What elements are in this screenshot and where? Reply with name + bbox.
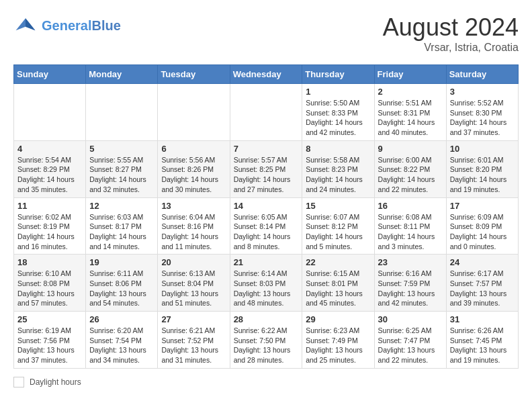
day-info: Sunrise: 6:03 AM Sunset: 8:17 PM Dayligh… (89, 212, 154, 252)
title-block: August 2024 Vrsar, Istria, Croatia (383, 13, 519, 54)
calendar-footer: Daylight hours (13, 377, 519, 387)
calendar-cell: 27Sunrise: 6:21 AM Sunset: 7:52 PM Dayli… (158, 312, 230, 369)
calendar-cell: 3Sunrise: 5:52 AM Sunset: 8:30 PM Daylig… (446, 84, 518, 141)
calendar-day-header: Monday (86, 65, 158, 84)
day-info: Sunrise: 6:04 AM Sunset: 8:16 PM Dayligh… (161, 212, 226, 252)
calendar-cell: 28Sunrise: 6:22 AM Sunset: 7:50 PM Dayli… (230, 312, 302, 369)
calendar-cell (86, 84, 158, 141)
calendar-cell: 29Sunrise: 6:23 AM Sunset: 7:49 PM Dayli… (302, 312, 374, 369)
calendar-cell: 23Sunrise: 6:16 AM Sunset: 7:59 PM Dayli… (374, 255, 446, 312)
day-info: Sunrise: 6:16 AM Sunset: 7:59 PM Dayligh… (378, 269, 443, 308)
day-number: 1 (306, 87, 370, 97)
day-info: Sunrise: 6:07 AM Sunset: 8:12 PM Dayligh… (306, 212, 370, 252)
calendar-cell: 21Sunrise: 6:14 AM Sunset: 8:03 PM Dayli… (230, 255, 302, 312)
day-number: 23 (378, 257, 443, 267)
calendar-day-header: Friday (374, 65, 446, 84)
calendar-week-row: 11Sunrise: 6:02 AM Sunset: 8:19 PM Dayli… (14, 197, 519, 255)
day-info: Sunrise: 5:54 AM Sunset: 8:29 PM Dayligh… (17, 155, 82, 195)
month-title: August 2024 (383, 13, 519, 42)
day-info: Sunrise: 6:11 AM Sunset: 8:06 PM Dayligh… (89, 269, 154, 308)
day-info: Sunrise: 6:10 AM Sunset: 8:08 PM Dayligh… (17, 269, 82, 308)
day-number: 3 (450, 87, 515, 97)
day-number: 5 (89, 144, 154, 154)
calendar-day-header: Saturday (446, 65, 518, 84)
calendar-cell: 20Sunrise: 6:13 AM Sunset: 8:04 PM Dayli… (158, 255, 230, 312)
day-info: Sunrise: 6:05 AM Sunset: 8:14 PM Dayligh… (234, 212, 299, 252)
day-number: 22 (306, 257, 370, 267)
calendar-cell: 2Sunrise: 5:51 AM Sunset: 8:31 PM Daylig… (374, 84, 446, 141)
day-number: 2 (378, 87, 443, 97)
calendar-cell: 14Sunrise: 6:05 AM Sunset: 8:14 PM Dayli… (230, 197, 302, 255)
day-number: 19 (89, 257, 154, 267)
calendar-cell: 25Sunrise: 6:19 AM Sunset: 7:56 PM Dayli… (14, 312, 86, 369)
calendar-cell: 15Sunrise: 6:07 AM Sunset: 8:12 PM Dayli… (302, 197, 374, 255)
calendar-day-header: Thursday (302, 65, 374, 84)
location-title: Vrsar, Istria, Croatia (383, 42, 519, 54)
calendar-cell: 4Sunrise: 5:54 AM Sunset: 8:29 PM Daylig… (14, 140, 86, 197)
day-number: 6 (161, 144, 226, 154)
day-info: Sunrise: 5:56 AM Sunset: 8:26 PM Dayligh… (161, 155, 226, 195)
calendar-day-header: Sunday (14, 65, 86, 84)
logo-text: GeneralBlue (42, 18, 121, 33)
calendar-day-header: Wednesday (230, 65, 302, 84)
calendar-cell: 11Sunrise: 6:02 AM Sunset: 8:19 PM Dayli… (14, 197, 86, 255)
daylight-label: Daylight hours (30, 377, 81, 387)
logo-icon (13, 13, 38, 38)
day-info: Sunrise: 6:14 AM Sunset: 8:03 PM Dayligh… (234, 269, 299, 308)
calendar-cell: 1Sunrise: 5:50 AM Sunset: 8:33 PM Daylig… (302, 84, 374, 141)
day-number: 8 (306, 144, 370, 154)
day-number: 27 (161, 314, 226, 324)
calendar-cell: 7Sunrise: 5:57 AM Sunset: 8:25 PM Daylig… (230, 140, 302, 197)
calendar-cell: 24Sunrise: 6:17 AM Sunset: 7:57 PM Dayli… (446, 255, 518, 312)
day-number: 10 (450, 144, 515, 154)
day-info: Sunrise: 5:58 AM Sunset: 8:23 PM Dayligh… (306, 155, 370, 195)
day-number: 15 (306, 201, 370, 211)
day-number: 24 (450, 257, 515, 267)
calendar-cell: 13Sunrise: 6:04 AM Sunset: 8:16 PM Dayli… (158, 197, 230, 255)
calendar-header-row: SundayMondayTuesdayWednesdayThursdayFrid… (14, 65, 519, 84)
day-info: Sunrise: 5:50 AM Sunset: 8:33 PM Dayligh… (306, 98, 370, 138)
calendar-cell (158, 84, 230, 141)
calendar-cell: 9Sunrise: 6:00 AM Sunset: 8:22 PM Daylig… (374, 140, 446, 197)
day-number: 20 (161, 257, 226, 267)
day-number: 30 (378, 314, 443, 324)
day-number: 29 (306, 314, 370, 324)
day-number: 16 (378, 201, 443, 211)
day-info: Sunrise: 6:19 AM Sunset: 7:56 PM Dayligh… (17, 326, 82, 365)
calendar-cell: 8Sunrise: 5:58 AM Sunset: 8:23 PM Daylig… (302, 140, 374, 197)
calendar-cell: 22Sunrise: 6:15 AM Sunset: 8:01 PM Dayli… (302, 255, 374, 312)
day-number: 28 (234, 314, 299, 324)
calendar-cell: 16Sunrise: 6:08 AM Sunset: 8:11 PM Dayli… (374, 197, 446, 255)
day-info: Sunrise: 5:52 AM Sunset: 8:30 PM Dayligh… (450, 98, 515, 138)
svg-marker-1 (26, 18, 35, 30)
day-info: Sunrise: 6:02 AM Sunset: 8:19 PM Dayligh… (17, 212, 82, 252)
day-info: Sunrise: 6:25 AM Sunset: 7:47 PM Dayligh… (378, 326, 443, 365)
calendar-week-row: 18Sunrise: 6:10 AM Sunset: 8:08 PM Dayli… (14, 255, 519, 312)
daylight-box-icon (13, 377, 24, 387)
logo: GeneralBlue (13, 13, 121, 38)
day-info: Sunrise: 6:20 AM Sunset: 7:54 PM Dayligh… (89, 326, 154, 365)
day-number: 11 (17, 201, 82, 211)
page-header: GeneralBlue August 2024 Vrsar, Istria, C… (13, 13, 519, 54)
calendar-cell (230, 84, 302, 141)
day-number: 17 (450, 201, 515, 211)
day-info: Sunrise: 6:23 AM Sunset: 7:49 PM Dayligh… (306, 326, 370, 365)
day-number: 12 (89, 201, 154, 211)
day-info: Sunrise: 6:15 AM Sunset: 8:01 PM Dayligh… (306, 269, 370, 308)
calendar-day-header: Tuesday (158, 65, 230, 84)
calendar-cell: 31Sunrise: 6:26 AM Sunset: 7:45 PM Dayli… (446, 312, 518, 369)
calendar-cell: 17Sunrise: 6:09 AM Sunset: 8:09 PM Dayli… (446, 197, 518, 255)
logo-blue: Blue (91, 18, 120, 33)
calendar-cell: 19Sunrise: 6:11 AM Sunset: 8:06 PM Dayli… (86, 255, 158, 312)
day-info: Sunrise: 6:21 AM Sunset: 7:52 PM Dayligh… (161, 326, 226, 365)
day-number: 14 (234, 201, 299, 211)
calendar-table: SundayMondayTuesdayWednesdayThursdayFrid… (13, 64, 519, 369)
calendar-cell: 18Sunrise: 6:10 AM Sunset: 8:08 PM Dayli… (14, 255, 86, 312)
day-info: Sunrise: 6:13 AM Sunset: 8:04 PM Dayligh… (161, 269, 226, 308)
day-number: 4 (17, 144, 82, 154)
logo-general: General (42, 18, 91, 33)
day-number: 26 (89, 314, 154, 324)
day-info: Sunrise: 6:17 AM Sunset: 7:57 PM Dayligh… (450, 269, 515, 308)
calendar-cell: 10Sunrise: 6:01 AM Sunset: 8:20 PM Dayli… (446, 140, 518, 197)
day-info: Sunrise: 6:09 AM Sunset: 8:09 PM Dayligh… (450, 212, 515, 252)
